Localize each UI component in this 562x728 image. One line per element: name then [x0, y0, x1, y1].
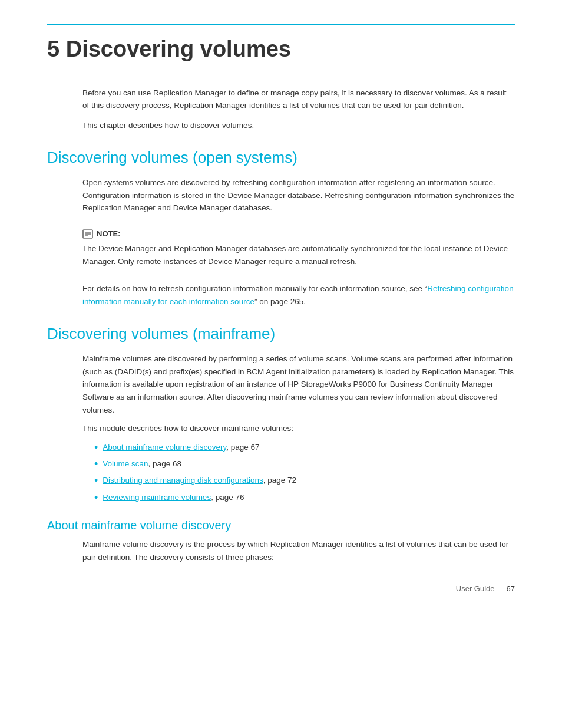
- about-body: Mainframe volume discovery is the proces…: [82, 538, 515, 564]
- list-item: • Volume scan, page 68: [94, 457, 515, 471]
- open-systems-body: Open systems volumes are discovered by r…: [82, 176, 515, 215]
- note-label-text: NOTE:: [97, 229, 120, 238]
- footer-page: 67: [507, 584, 515, 593]
- subsection-heading-about: About mainframe volume discovery: [47, 519, 515, 532]
- bullet-suffix-2: , page 68: [148, 459, 181, 468]
- footer-label: User Guide: [456, 584, 495, 593]
- section-heading-mainframe: Discovering volumes (mainframe): [47, 324, 515, 344]
- page-container: 5 Discovering volumes Before you can use…: [0, 0, 562, 605]
- after-note-text: For details on how to refresh configurat…: [82, 282, 515, 308]
- bullet-content: Volume scan, page 68: [103, 457, 181, 470]
- list-item: • Distributing and managing disk configu…: [94, 474, 515, 487]
- section-heading-open-systems: Discovering volumes (open systems): [47, 148, 515, 168]
- bullet-link-1[interactable]: About mainframe volume discovery: [103, 443, 226, 452]
- note-box: NOTE: The Device Manager and Replication…: [82, 223, 515, 274]
- top-rule: [47, 24, 515, 25]
- bullet-suffix-4: , page 76: [211, 493, 244, 502]
- note-icon: [82, 229, 93, 239]
- bullet-dot: •: [94, 457, 98, 471]
- bullet-link-4[interactable]: Reviewing mainframe volumes: [103, 493, 211, 502]
- list-item: • Reviewing mainframe volumes, page 76: [94, 491, 515, 505]
- intro-paragraph2: This chapter describes how to discover v…: [82, 119, 515, 132]
- after-note-suffix: ” on page 265.: [254, 297, 306, 306]
- bullet-suffix-1: , page 67: [226, 443, 259, 452]
- footer: User Guide 67: [456, 584, 515, 593]
- list-item: • About mainframe volume discovery, page…: [94, 441, 515, 454]
- bullet-link-2[interactable]: Volume scan: [103, 459, 148, 468]
- bullet-content: About mainframe volume discovery, page 6…: [103, 441, 259, 454]
- mainframe-body1: Mainframe volumes are discovered by perf…: [82, 353, 515, 416]
- bullet-dot: •: [94, 474, 98, 487]
- chapter-title: 5 Discovering volumes: [47, 36, 515, 63]
- note-label: NOTE:: [82, 229, 515, 239]
- bullet-list: • About mainframe volume discovery, page…: [94, 441, 515, 505]
- intro-paragraph1: Before you can use Replication Manager t…: [82, 87, 515, 112]
- after-note-prefix: For details on how to refresh configurat…: [82, 284, 427, 293]
- bullet-suffix-3: , page 72: [263, 476, 296, 485]
- bullet-content: Reviewing mainframe volumes, page 76: [103, 491, 244, 504]
- bullet-link-3[interactable]: Distributing and managing disk configura…: [103, 476, 263, 485]
- bullet-dot: •: [94, 491, 98, 505]
- mainframe-body2: This module describes how to discover ma…: [82, 422, 515, 435]
- bullet-content: Distributing and managing disk configura…: [103, 474, 296, 487]
- note-text: The Device Manager and Replication Manag…: [82, 242, 515, 268]
- bullet-dot: •: [94, 441, 98, 454]
